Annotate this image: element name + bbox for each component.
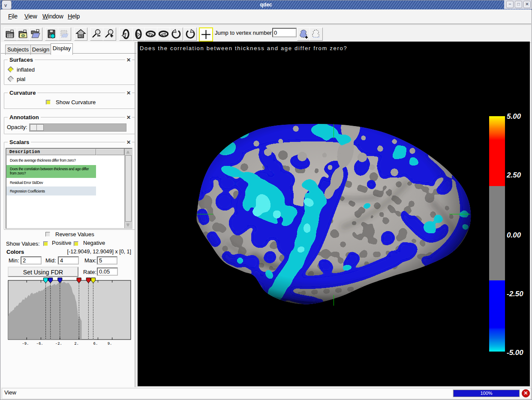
svg-text:6.: 6. bbox=[93, 342, 98, 346]
svg-text:-6.: -6. bbox=[36, 342, 43, 346]
svg-text:2.: 2. bbox=[74, 342, 79, 346]
svg-text:-9.: -9. bbox=[22, 342, 29, 346]
svg-text:9.: 9. bbox=[108, 342, 112, 346]
svg-text:-2.: -2. bbox=[55, 342, 62, 346]
